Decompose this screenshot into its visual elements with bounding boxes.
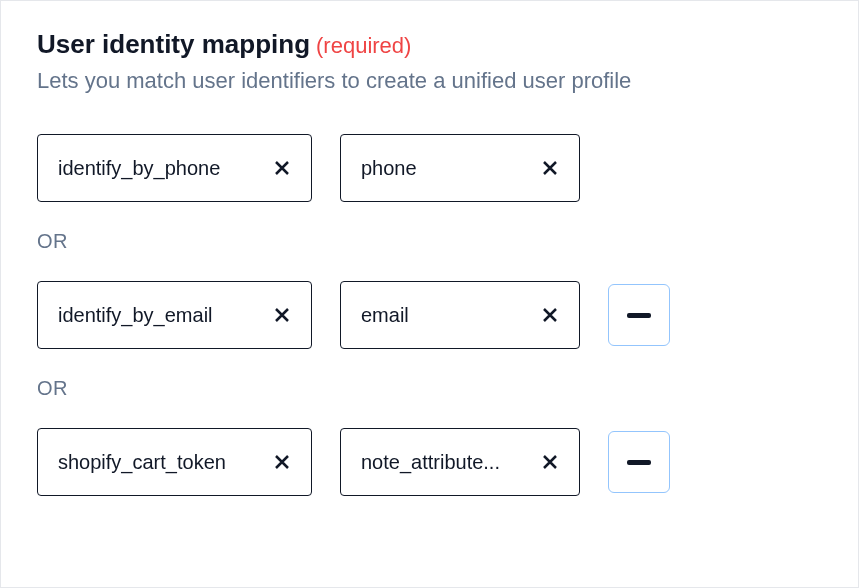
- or-separator-2: OR: [37, 377, 822, 400]
- field-select-1[interactable]: phone: [340, 134, 580, 202]
- field-select-2[interactable]: email: [340, 281, 580, 349]
- close-icon[interactable]: [273, 453, 291, 471]
- identifier-select-1[interactable]: identify_by_phone: [37, 134, 312, 202]
- mapping-row-2: identify_by_email email: [37, 281, 822, 349]
- close-icon[interactable]: [541, 159, 559, 177]
- section-subtitle: Lets you match user identifiers to creat…: [37, 68, 822, 94]
- close-icon[interactable]: [273, 306, 291, 324]
- user-identity-mapping-panel: User identity mapping (required) Lets yo…: [0, 0, 859, 588]
- required-badge: (required): [316, 33, 411, 59]
- identifier-value: shopify_cart_token: [58, 451, 226, 474]
- close-icon[interactable]: [273, 159, 291, 177]
- remove-row-button-2[interactable]: [608, 284, 670, 346]
- identifier-value: identify_by_email: [58, 304, 213, 327]
- mapping-row-3: shopify_cart_token note_attribute...: [37, 428, 822, 496]
- close-icon[interactable]: [541, 453, 559, 471]
- remove-row-button-3[interactable]: [608, 431, 670, 493]
- mapping-row-1: identify_by_phone phone: [37, 134, 822, 202]
- identifier-value: identify_by_phone: [58, 157, 220, 180]
- or-separator-1: OR: [37, 230, 822, 253]
- heading-row: User identity mapping (required): [37, 29, 822, 60]
- field-value: note_attribute...: [361, 451, 500, 474]
- field-select-3[interactable]: note_attribute...: [340, 428, 580, 496]
- section-title: User identity mapping: [37, 29, 310, 60]
- identifier-select-2[interactable]: identify_by_email: [37, 281, 312, 349]
- minus-icon: [627, 460, 651, 465]
- field-value: email: [361, 304, 409, 327]
- close-icon[interactable]: [541, 306, 559, 324]
- minus-icon: [627, 313, 651, 318]
- field-value: phone: [361, 157, 417, 180]
- identifier-select-3[interactable]: shopify_cart_token: [37, 428, 312, 496]
